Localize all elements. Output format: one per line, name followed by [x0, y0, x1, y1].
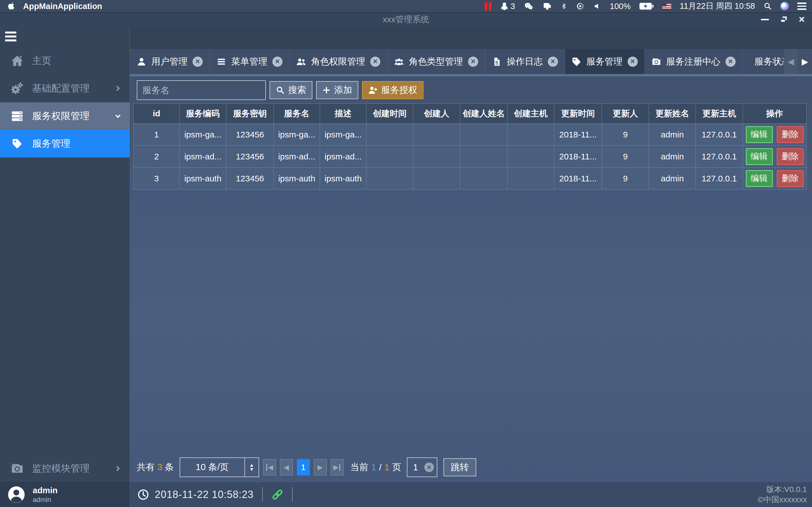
sidebar-toggle-button[interactable] — [0, 26, 130, 47]
menubar-app-name[interactable]: AppMainApplication — [23, 2, 102, 11]
cell: 2 — [134, 146, 180, 168]
control-list-icon[interactable] — [797, 3, 806, 10]
siri-icon[interactable] — [780, 2, 789, 10]
delete-button[interactable]: 删除 — [777, 148, 804, 165]
current-page-button[interactable]: 1 — [297, 459, 310, 475]
tab-close-icon[interactable]: × — [548, 57, 558, 67]
add-button[interactable]: 添加 — [316, 81, 358, 99]
jump-button[interactable]: 跳转 — [444, 458, 476, 476]
first-page-button[interactable]: ◀ — [263, 459, 276, 475]
camera-icon — [11, 462, 24, 475]
link-icon[interactable] — [271, 489, 284, 501]
jump-page-input[interactable]: 1 × — [407, 457, 437, 477]
cell: 127.0.0.1 — [696, 146, 743, 168]
services-table: id服务编码服务密钥服务名描述创建时间创建人创建人姓名创建主机更新时间更新人更新… — [133, 103, 807, 189]
tab-label: 角色类型管理 — [409, 55, 463, 68]
actions-cell: 编辑删除 — [743, 124, 807, 146]
cell: 2018-11... — [554, 124, 602, 146]
bluetooth-icon[interactable] — [561, 2, 567, 10]
tab-label: 服务状态监控 — [755, 55, 784, 68]
spinner-icon[interactable]: ▲▼ — [245, 458, 259, 476]
total-count-label: 共有 3 条 — [137, 461, 174, 473]
table-row[interactable]: 2ipsm-ad...123456ipsm-ad...ipsm-ad...201… — [134, 146, 807, 168]
cell: 123456 — [226, 124, 274, 146]
cell: admin — [649, 124, 696, 146]
tab-close-icon[interactable]: × — [725, 57, 735, 67]
cell: 9 — [602, 168, 649, 189]
copyright-label: ©中国xxxxxxx — [758, 495, 807, 505]
display-mirroring-icon[interactable] — [542, 2, 552, 11]
search-icon — [276, 86, 285, 95]
camera-icon — [652, 57, 661, 66]
user-panel[interactable]: admin admin — [0, 482, 130, 507]
sidebar-item-home[interactable]: 主页 — [0, 47, 130, 75]
next-page-button[interactable]: ▶ — [314, 459, 327, 475]
cell: admin — [649, 146, 696, 168]
tab-close-icon[interactable]: × — [193, 57, 203, 67]
network-icon[interactable] — [575, 2, 585, 11]
tab-close-icon[interactable]: × — [468, 57, 478, 67]
search-button[interactable]: 搜索 — [269, 81, 312, 99]
qq-status-item[interactable]: 3 — [500, 2, 515, 11]
sidebar-item-service-perm-mgmt[interactable]: 服务权限管理 — [0, 102, 130, 130]
tab-close-icon[interactable]: × — [370, 57, 380, 67]
tabs-scroll-left-button[interactable]: ◀ — [784, 49, 798, 74]
cell — [460, 146, 507, 168]
edit-button[interactable]: 编辑 — [746, 170, 773, 187]
service-name-input[interactable] — [137, 80, 266, 100]
cell: 9 — [602, 146, 649, 168]
sidebar: 主页基础配置管理服务权限管理服务管理 监控模块管理 admin admin — [0, 26, 130, 507]
delete-button[interactable]: 删除 — [777, 170, 804, 187]
column-header: 描述 — [320, 104, 366, 124]
edit-button[interactable]: 编辑 — [746, 148, 773, 165]
apple-logo-icon[interactable] — [8, 2, 15, 10]
sidebar-menu: 主页基础配置管理服务权限管理服务管理 — [0, 47, 130, 158]
restore-button[interactable] — [779, 15, 788, 23]
battery-icon[interactable] — [639, 2, 654, 10]
tabs-scroll-right-button[interactable]: ▶ — [798, 49, 812, 74]
sidebar-item-monitor-module-mgmt[interactable]: 监控模块管理 — [0, 455, 130, 482]
tab-user-mgmt[interactable]: 用户管理× — [130, 49, 210, 74]
tab-close-icon[interactable]: × — [272, 57, 283, 67]
tab-role-type-mgmt[interactable]: 角色类型管理× — [388, 49, 485, 74]
chevron-right-icon — [114, 86, 119, 91]
sidebar-item-label: 基础配置管理 — [32, 82, 90, 95]
delete-button[interactable]: 删除 — [777, 126, 804, 143]
cell: 3 — [134, 168, 180, 189]
sidebar-item-basic-config-mgmt[interactable]: 基础配置管理 — [0, 75, 130, 102]
tab-role-perm-mgmt[interactable]: 角色权限管理× — [290, 49, 388, 74]
cell: ipsm-ga... — [274, 124, 320, 146]
minimize-button[interactable] — [761, 19, 769, 20]
version-label: 版本:V0.0.1 — [758, 485, 807, 495]
plus-icon — [322, 86, 331, 94]
edit-button[interactable]: 编辑 — [746, 126, 773, 143]
volume-icon[interactable] — [594, 2, 601, 10]
last-page-button[interactable]: ▶ — [331, 459, 344, 475]
clear-icon[interactable]: × — [424, 462, 434, 472]
cell — [413, 146, 460, 168]
screen-recording-pause-icon[interactable] — [485, 2, 492, 10]
current-page-label: 当前 1 / 1 页 — [350, 461, 401, 473]
tab-close-icon[interactable]: × — [627, 57, 638, 67]
spotlight-search-icon[interactable] — [763, 2, 772, 10]
table-row[interactable]: 3ipsm-auth123456ipsm-authipsm-auth2018-1… — [134, 168, 807, 189]
tab-service-mgmt[interactable]: 服务管理× — [565, 49, 645, 74]
cell — [413, 168, 460, 189]
cell: ipsm-ad... — [274, 146, 320, 168]
column-header: 更新主机 — [696, 104, 743, 124]
service-auth-button[interactable]: 服务授权 — [362, 81, 423, 99]
menubar-datetime[interactable]: 11月22日 周四 10:58 — [680, 1, 755, 12]
qq-icon — [500, 2, 509, 11]
close-button[interactable]: × — [799, 14, 805, 24]
tab-service-status[interactable]: 服务状态监控 — [743, 49, 784, 74]
sidebar-item-service-mgmt[interactable]: 服务管理 — [0, 130, 130, 158]
page-size-select[interactable]: 10 条/页 ▲▼ — [180, 457, 259, 477]
tab-menu-mgmt[interactable]: 菜单管理× — [210, 49, 290, 74]
wechat-icon[interactable] — [523, 2, 534, 11]
tab-service-registry[interactable]: 服务注册中心× — [645, 49, 743, 74]
column-header: 创建时间 — [366, 104, 413, 124]
input-language-flag-icon[interactable] — [662, 3, 671, 9]
prev-page-button[interactable]: ◀ — [280, 459, 293, 475]
table-row[interactable]: 1ipsm-ga...123456ipsm-ga...ipsm-ga...201… — [134, 124, 807, 146]
tab-op-log[interactable]: 操作日志× — [485, 49, 565, 74]
